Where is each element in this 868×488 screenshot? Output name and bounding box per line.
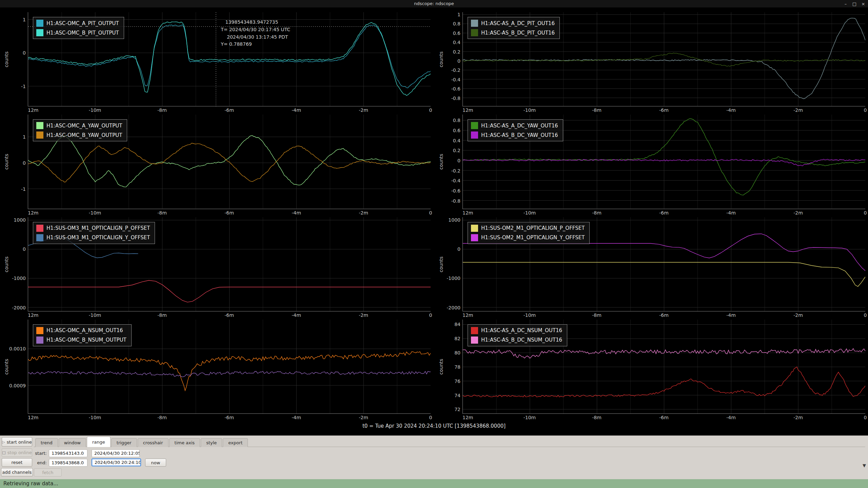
- channel-name: H1:SUS-OM2_M1_OPTICALIGN_Y_OFFSET: [481, 235, 585, 241]
- tab-time-axis[interactable]: time axis: [169, 438, 200, 447]
- y-tick-label: 0.4: [453, 40, 460, 45]
- x-tick-label: -10m: [524, 415, 536, 420]
- legend-swatch-icon: [36, 234, 43, 241]
- legend[interactable]: H1:ASC-OMC_A_PIT_OUTPUTH1:ASC-OMC_B_PIT_…: [33, 17, 124, 39]
- now-button[interactable]: now: [145, 459, 166, 467]
- minimize-icon[interactable]: –: [843, 1, 848, 6]
- legend-swatch-icon: [36, 122, 43, 129]
- end-gps-input[interactable]: 1398543868.0: [49, 459, 87, 467]
- channel-name: H1:ASC-AS_A_DC_YAW_OUT16: [481, 123, 558, 129]
- channel-name: H1:ASC-OMC_A_PIT_OUTPUT: [46, 20, 119, 26]
- start-utc-input[interactable]: 2024/04/30 20:12:05 UTC: [92, 449, 140, 457]
- y-tick-label: -0.6: [451, 86, 460, 92]
- x-tick-label: -10m: [89, 107, 101, 113]
- y-tick-label: 1000: [14, 217, 26, 223]
- legend[interactable]: H1:SUS-OM3_M1_OPTICALIGN_P_OFFSETH1:SUS-…: [33, 222, 155, 244]
- plot-canvas-sus-om3-opticalign[interactable]: H1:SUS-OM3_M1_OPTICALIGN_P_OFFSETH1:SUS-…: [28, 217, 431, 311]
- tab-crosshair[interactable]: crosshair: [138, 438, 169, 447]
- y-axis-label: counts: [438, 154, 444, 170]
- plot-canvas-asc-as-dc-yaw[interactable]: H1:ASC-AS_A_DC_YAW_OUT16H1:ASC-AS_B_DC_Y…: [462, 115, 865, 209]
- plot-canvas-asc-omc-yaw[interactable]: H1:ASC-OMC_A_YAW_OUTPUTH1:ASC-OMC_B_YAW_…: [28, 115, 431, 209]
- end-utc-value: 2024/04/30 20:24:10 UTC: [95, 460, 141, 465]
- x-tick-label: -4m: [726, 312, 736, 318]
- legend[interactable]: H1:ASC-OMC_A_NSUM_OUT16H1:ASC-OMC_B_NSUM…: [33, 324, 132, 346]
- legend-swatch-icon: [36, 20, 43, 27]
- close-icon[interactable]: ×: [861, 1, 866, 6]
- plot-grid: counts10-1H1:ASC-OMC_A_PIT_OUTPUTH1:ASC-…: [0, 7, 868, 422]
- legend-item: H1:SUS-OM2_M1_OPTICALIGN_P_OFFSET: [471, 225, 585, 232]
- start-online-label: start online: [7, 440, 32, 445]
- legend[interactable]: H1:ASC-AS_A_DC_NSUM_OUT16H1:ASC-AS_B_DC_…: [468, 324, 567, 346]
- reset-button[interactable]: reset: [2, 458, 32, 467]
- start-online-button[interactable]: ▷ start online: [2, 437, 32, 447]
- x-tick-label: 0: [864, 107, 867, 113]
- legend-swatch-icon: [36, 131, 43, 139]
- x-tick-label: -8m: [157, 210, 167, 216]
- stop-online-button[interactable]: □ stop online: [2, 448, 32, 457]
- legend-swatch-icon: [471, 20, 478, 27]
- legend[interactable]: H1:ASC-OMC_A_YAW_OUTPUTH1:ASC-OMC_B_YAW_…: [33, 119, 127, 141]
- x-tick-label: -8m: [592, 210, 601, 216]
- legend-item: H1:ASC-OMC_A_YAW_OUTPUT: [36, 122, 122, 129]
- x-tick-label: -6m: [659, 415, 669, 420]
- add-channels-label: add channels: [2, 470, 32, 475]
- channel-name: H1:SUS-OM3_M1_OPTICALIGN_Y_OFFSET: [46, 235, 150, 241]
- play-icon: ▷: [2, 440, 5, 444]
- plot-canvas-asc-omc-pit[interactable]: H1:ASC-OMC_A_PIT_OUTPUTH1:ASC-OMC_B_PIT_…: [28, 12, 431, 106]
- tab-export[interactable]: export: [223, 438, 248, 447]
- y-tick-label: 0.8: [453, 21, 460, 26]
- legend[interactable]: H1:SUS-OM2_M1_OPTICALIGN_P_OFFSETH1:SUS-…: [468, 222, 590, 244]
- y-axis-label: counts: [438, 256, 444, 272]
- x-tick-label: -6m: [659, 210, 669, 216]
- x-tick-label: -6m: [224, 312, 234, 318]
- y-tick-label: 0.0009: [9, 383, 26, 388]
- x-tick-label: 0: [429, 312, 432, 318]
- tab-trend[interactable]: trend: [35, 438, 58, 447]
- legend[interactable]: H1:ASC-AS_A_DC_PIT_OUT16H1:ASC-AS_B_DC_P…: [468, 17, 560, 39]
- y-tick-label: -2000: [12, 305, 26, 310]
- y-tick-label: 0: [23, 50, 26, 56]
- plot-canvas-asc-as-dc-nsum[interactable]: H1:ASC-AS_A_DC_NSUM_OUT16H1:ASC-AS_B_DC_…: [462, 320, 865, 414]
- x-tick-label: 12m: [462, 415, 473, 420]
- y-tick-label: 84: [454, 322, 460, 327]
- legend-item: H1:ASC-AS_A_DC_NSUM_OUT16: [471, 327, 562, 334]
- tab-range[interactable]: range: [87, 436, 111, 447]
- maximize-icon[interactable]: □: [852, 1, 857, 6]
- window-controls: – □ ×: [843, 0, 866, 7]
- y-tick-label: 1: [457, 12, 460, 17]
- legend-swatch-icon: [471, 122, 478, 129]
- x-tick-label: 0: [864, 312, 867, 318]
- x-tick-label: 12m: [28, 312, 38, 318]
- x-tick-label: -8m: [157, 312, 167, 318]
- x-tick-label: -2m: [793, 415, 803, 420]
- y-tick-label: 0: [457, 58, 460, 64]
- status-text: Retrieving raw data...: [3, 481, 58, 487]
- end-utc-input[interactable]: 2024/04/30 20:24:10 UTC: [92, 459, 141, 466]
- y-tick-label: -1000: [12, 276, 26, 281]
- fetch-button[interactable]: fetch: [34, 468, 62, 476]
- y-axis-label: counts: [4, 256, 9, 272]
- add-channels-button[interactable]: add channels: [1, 468, 33, 476]
- legend-item: H1:ASC-OMC_A_NSUM_OUT16: [36, 327, 126, 334]
- y-tick-label: 0: [457, 246, 460, 252]
- legend-swatch-icon: [471, 327, 478, 334]
- x-tick-label: -4m: [726, 415, 736, 420]
- plot-asc-as-dc-yaw: counts0.80.60.40.20-0.2-0.4-0.6-0.8H1:AS…: [437, 115, 865, 217]
- legend-swatch-icon: [471, 234, 478, 241]
- tab-window[interactable]: window: [59, 438, 86, 447]
- scroll-down-arrow[interactable]: ▼: [863, 463, 866, 468]
- y-tick-label: 0: [23, 246, 26, 252]
- x-tick-label: -2m: [359, 107, 368, 113]
- legend[interactable]: H1:ASC-AS_A_DC_YAW_OUT16H1:ASC-AS_B_DC_Y…: [468, 119, 563, 141]
- y-tick-label: 0.2: [453, 49, 460, 55]
- start-gps-input[interactable]: 1398543143.0: [49, 449, 87, 457]
- plot-canvas-sus-om2-opticalign[interactable]: H1:SUS-OM2_M1_OPTICALIGN_P_OFFSETH1:SUS-…: [462, 217, 865, 311]
- plot-asc-omc-nsum: counts0.00100.0009H1:ASC-OMC_A_NSUM_OUT1…: [3, 320, 431, 422]
- tab-style[interactable]: style: [201, 438, 222, 447]
- tab-trigger[interactable]: trigger: [111, 438, 137, 447]
- y-tick-label: 0.6: [453, 128, 460, 133]
- y-tick-label: 0.4: [453, 138, 460, 143]
- plot-canvas-asc-as-dc-pit[interactable]: H1:ASC-AS_A_DC_PIT_OUT16H1:ASC-AS_B_DC_P…: [462, 12, 865, 106]
- plot-canvas-asc-omc-nsum[interactable]: H1:ASC-OMC_A_NSUM_OUT16H1:ASC-OMC_B_NSUM…: [28, 320, 431, 414]
- start-label: start:: [33, 451, 47, 456]
